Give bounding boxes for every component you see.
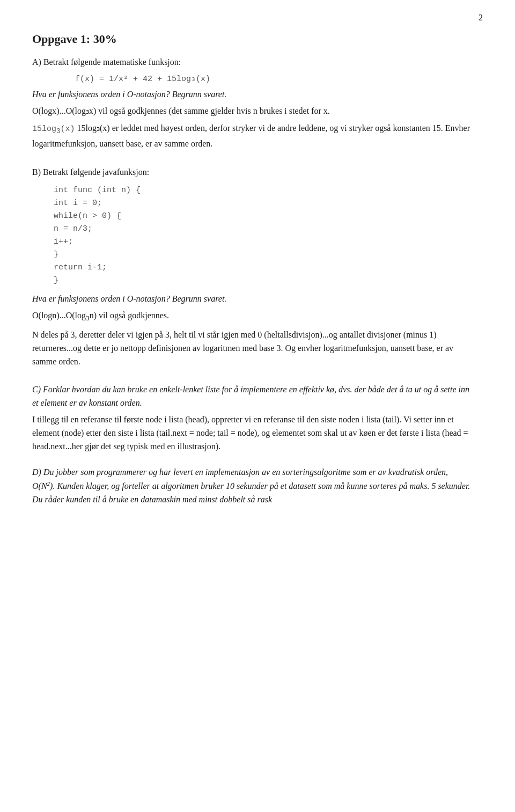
section-b-answer1: O(logn)...O(log3n) vil også godkjennes.	[32, 309, 472, 324]
code-line-2: int i = 0;	[54, 197, 472, 210]
code-line-8: }	[54, 274, 472, 287]
code-line-6: }	[54, 248, 472, 261]
code-line-3: while(n > 0) {	[54, 210, 472, 223]
section-a: A) Betrakt følgende matematiske funksjon…	[32, 56, 472, 151]
section-c-label: C) Forklar hvordan du kan bruke en enkel…	[32, 383, 472, 410]
section-a-answer1: O(logx)...O(log₃x) vil også godkjennes (…	[32, 105, 472, 118]
code-line-4: n = n/3;	[54, 223, 472, 236]
section-b-question: Hva er funksjonens orden i O-notasjon? B…	[32, 292, 472, 306]
section-c-answer: I tillegg til en referanse til første no…	[32, 413, 472, 453]
code-line-1: int func (int n) {	[54, 184, 472, 197]
code-line-7: return i-1;	[54, 261, 472, 274]
section-b-label: B) Betrakt følgende javafunksjon:	[32, 166, 472, 179]
section-d: D) Du jobber som programmerer og har lev…	[32, 466, 472, 507]
section-a-label: A) Betrakt følgende matematiske funksjon…	[32, 56, 472, 69]
page-title: Oppgave 1: 30%	[32, 32, 472, 46]
section-a-question: Hva er funksjonens orden i O-notasjon? B…	[32, 88, 472, 101]
section-b-answer2: N deles på 3, deretter deler vi igjen på…	[32, 328, 472, 368]
section-b: B) Betrakt følgende javafunksjon: int fu…	[32, 166, 472, 369]
section-c: C) Forklar hvordan du kan bruke en enkel…	[32, 383, 472, 453]
section-d-label: D) Du jobber som programmerer og har lev…	[32, 466, 472, 507]
math-formula: f(x) = 1/x² + 42 + 15log₃(x)	[75, 74, 472, 84]
code-block: int func (int n) { int i = 0; while(n > …	[54, 184, 472, 287]
section-a-answer2: 15log3(x) 15log₃(x) er leddet med høyest…	[32, 122, 472, 150]
code-line-5: i++;	[54, 236, 472, 248]
page-number: 2	[479, 13, 483, 23]
